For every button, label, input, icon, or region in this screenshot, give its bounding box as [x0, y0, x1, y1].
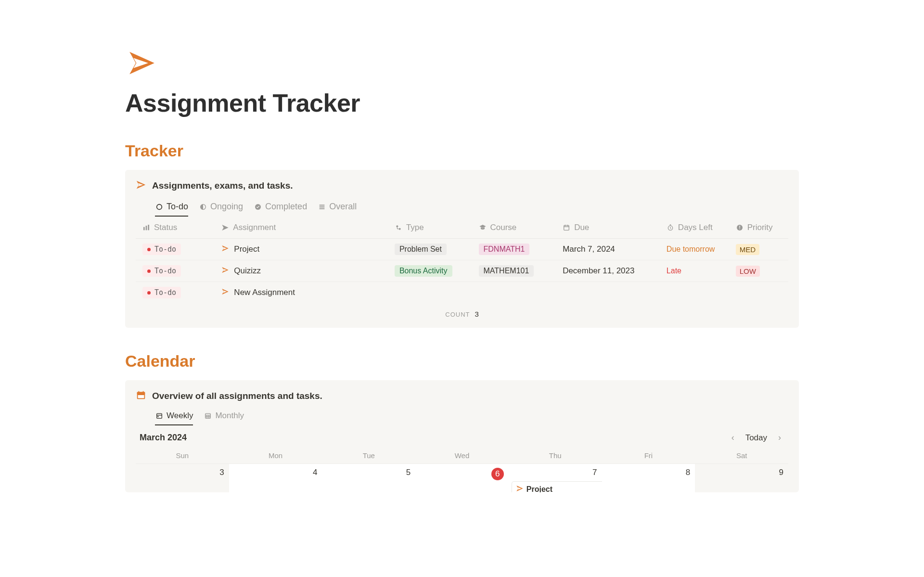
svg-rect-5 [320, 208, 325, 209]
svg-rect-19 [143, 391, 144, 393]
due-cell: March 7, 2024 [556, 239, 660, 260]
half-circle-icon [199, 203, 207, 211]
svg-rect-23 [205, 413, 211, 418]
course-tag: FDNMATH1 [479, 244, 530, 255]
assignment-cell[interactable]: Project [221, 244, 381, 255]
day-number: 7 [592, 468, 597, 477]
assignment-cell[interactable]: New Assignment [221, 288, 381, 298]
table-row[interactable]: To-doQuizizzBonus ActivityMATHEM101Decem… [136, 260, 788, 282]
days-left: Late [667, 267, 681, 275]
status-badge: To-do [142, 265, 181, 277]
svg-rect-4 [320, 206, 325, 207]
day-header: Thu [509, 448, 602, 463]
svg-point-9 [396, 225, 398, 227]
status-badge: To-do [142, 287, 181, 298]
calendar-cell[interactable]: 9 [695, 463, 788, 492]
tag-icon [395, 224, 402, 231]
table-row[interactable]: To-doNew Assignment [136, 282, 788, 304]
day-number: 6 [491, 468, 504, 480]
count-label: COUNT [445, 311, 470, 318]
clock-icon [667, 224, 674, 231]
col-days-left[interactable]: Days Left [660, 217, 729, 239]
day-number: 8 [686, 468, 690, 477]
tracker-tabs: To-do Ongoing Completed Overall [155, 199, 788, 217]
svg-rect-3 [320, 205, 325, 205]
svg-rect-7 [146, 226, 147, 230]
tracker-description: Assignments, exams, and tasks. [152, 180, 293, 191]
tab-label: Overall [329, 202, 357, 212]
count-value: 3 [475, 310, 478, 318]
tab-label: Weekly [167, 411, 193, 421]
day-header: Tue [322, 448, 415, 463]
day-header: Wed [415, 448, 509, 463]
calendar-cell[interactable]: 8 [602, 463, 695, 492]
svg-point-0 [157, 204, 162, 209]
tab-monthly[interactable]: Monthly [204, 408, 244, 425]
day-number: 5 [406, 468, 411, 477]
assignments-table: Status Assignment Type Course Due Days L… [136, 217, 788, 303]
svg-rect-14 [739, 226, 740, 228]
paper-plane-icon [221, 288, 229, 298]
calendar-cell[interactable]: 6 [415, 463, 509, 492]
course-tag: MATHEM101 [479, 265, 534, 277]
paper-plane-icon [516, 485, 524, 492]
tab-label: To-do [167, 202, 188, 212]
col-assignment[interactable]: Assignment [215, 217, 388, 239]
tab-ongoing[interactable]: Ongoing [199, 199, 243, 217]
day-number: 4 [313, 468, 317, 477]
list-icon [318, 203, 326, 211]
tab-label: Ongoing [210, 202, 243, 212]
check-circle-icon [254, 203, 262, 211]
today-button[interactable]: Today [745, 433, 767, 443]
type-tag: Bonus Activity [395, 265, 452, 277]
calendar-cell[interactable]: 5 [322, 463, 415, 492]
prev-week-button[interactable]: ‹ [728, 433, 738, 443]
calendar-cell[interactable]: 4 [229, 463, 322, 492]
svg-point-15 [739, 229, 740, 230]
calendar-icon [136, 390, 146, 402]
priority-tag: MED [736, 244, 759, 255]
paper-plane-icon [221, 224, 229, 231]
col-status[interactable]: Status [136, 217, 215, 239]
tab-completed[interactable]: Completed [254, 199, 307, 217]
calendar-cell[interactable]: 7ProjectFDNMATH1 [509, 463, 602, 492]
paper-plane-icon [221, 244, 229, 255]
svg-rect-11 [564, 225, 569, 230]
col-due[interactable]: Due [556, 217, 660, 239]
col-course[interactable]: Course [472, 217, 556, 239]
svg-rect-22 [157, 416, 159, 417]
calendar-heading: Calendar [125, 352, 799, 371]
col-priority[interactable]: Priority [729, 217, 788, 239]
day-number: 3 [219, 468, 224, 477]
tab-todo[interactable]: To-do [155, 199, 188, 217]
tab-overall[interactable]: Overall [318, 199, 357, 217]
priority-icon [736, 224, 744, 231]
svg-rect-20 [138, 395, 144, 398]
circle-icon [155, 203, 164, 211]
col-type[interactable]: Type [388, 217, 472, 239]
svg-rect-18 [139, 391, 140, 393]
calendar-card: Overview of all assignments and tasks. W… [125, 380, 799, 492]
status-badge: To-do [142, 244, 181, 255]
day-number: 9 [779, 468, 783, 477]
day-header: Sun [136, 448, 229, 463]
paper-plane-icon [221, 266, 229, 276]
tab-weekly[interactable]: Weekly [155, 408, 193, 425]
due-cell [556, 282, 660, 304]
table-row[interactable]: To-doProjectProblem SetFDNMATH1March 7, … [136, 239, 788, 260]
calendar-month-icon [204, 411, 212, 420]
day-header: Sat [695, 448, 788, 463]
assignment-cell[interactable]: Quizizz [221, 266, 381, 276]
next-week-button[interactable]: › [775, 433, 784, 443]
priority-tag: LOW [736, 266, 760, 277]
paper-plane-icon [136, 180, 146, 192]
calendar-cell[interactable]: 3 [136, 463, 229, 492]
paper-plane-icon [125, 48, 799, 80]
count-row: COUNT 3 [136, 303, 788, 318]
day-header: Mon [229, 448, 322, 463]
page-title: Assignment Tracker [125, 89, 799, 117]
svg-rect-8 [148, 225, 149, 230]
svg-rect-17 [137, 392, 145, 395]
calendar-tabs: Weekly Monthly [155, 408, 788, 426]
calendar-month-label: March 2024 [140, 433, 187, 443]
